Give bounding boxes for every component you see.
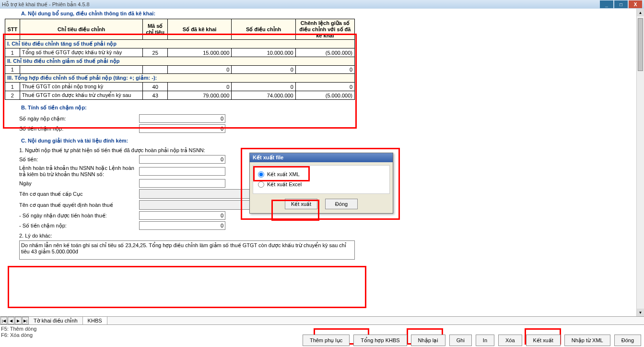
nhanngay-label: - Số ngày nhận được tiền hoàn thuế: [19,213,139,219]
dialog-title: Kết xuất file [250,153,393,162]
lenh-label: Lệnh hoàn trả khoản thu NSNN hoặc Lệnh h… [19,165,139,178]
them-phuluc-button[interactable]: Thêm phụ lục [303,335,350,346]
scroll-thumb[interactable] [638,18,643,71]
export-excel-radio[interactable] [258,181,264,188]
export-dialog: Kết xuất file Kết xuất XML Kết xuất Exce… [249,153,393,214]
hint-f6: F6: Xóa dòng [1,332,36,338]
nhap-xml-button[interactable]: Nhập từ XML [564,335,610,346]
ketxuat-button[interactable]: Kết xuất [526,335,561,346]
close-button[interactable]: X [629,0,642,8]
minimize-button[interactable]: _ [600,0,613,8]
ngay-label: Ngày [19,180,139,186]
maximize-button[interactable]: □ [614,0,628,8]
titlebar: Hỗ trợ kê khai thuế - Phiên bản 4.5.8 _ … [0,0,644,9]
nhanngay-input[interactable] [139,211,225,220]
dialog-export-button[interactable]: Kết xuất [285,199,317,209]
table-row: 1 Thuế GTGT còn phải nộp trong kỳ 40 0 0… [5,83,355,91]
col-stt: STT [5,19,20,40]
sotien-label: Số tiền: [19,156,139,163]
adjustment-table: STT Chỉ tiêu điều chỉnh Mã số chỉ tiêu S… [5,19,355,100]
window-title: Hỗ trợ kê khai thuế - Phiên bản 4.5.8 [2,1,599,8]
lydo-label: 2. Lý do khác: [19,233,636,239]
in-button[interactable]: In [476,335,494,346]
hint-f5: F5: Thêm dòng [1,326,36,332]
group3-title: III. Tổng hợp điều chỉnh số thuế phải nộ… [5,74,355,83]
xoa-button[interactable]: Xóa [498,335,522,346]
table-row: 1 0 0 0 [5,66,355,74]
dong-button[interactable]: Đóng [614,335,641,346]
tab-nav-last[interactable]: ▶| [22,317,29,324]
tab-nav-next[interactable]: ▶ [15,317,22,324]
col-desc: Chỉ tiêu điều chỉnh [20,19,143,40]
export-xml-radio[interactable] [258,171,264,178]
col-code: Mã số chỉ tiêu [143,19,167,40]
chamnop-input[interactable] [139,221,225,230]
section-c-title: C. Nội dung giải thích và tài liệu đính … [0,136,636,146]
col-diff: Chênh lệch giữa số điều chỉnh với số đã … [295,19,354,40]
scroll-down-button[interactable]: ▼ [637,309,644,316]
button-bar: Thêm phụ lục Tổng hợp KHBS Nhập lại Ghi … [303,335,641,346]
ghi-button[interactable]: Ghi [449,335,472,346]
cuc-label: Tên cơ quan thuế cấp Cục [19,191,139,197]
group2-title: II. Chỉ tiêu điều chỉnh giảm số thuế phả… [5,57,355,66]
section-b-title: B. Tính số tiền chậm nộp: [0,103,636,113]
amount-late-input[interactable] [139,124,225,133]
days-late-input[interactable] [139,114,225,123]
tabs-strip: |◀ ◀ ▶ ▶| Tờ khai điều chỉnh KHBS [0,316,644,325]
lenh-input[interactable] [139,167,225,176]
dialog-close-button[interactable]: Đóng [325,199,358,209]
days-late-label: Số ngày nộp chậm: [19,116,139,122]
export-excel-radio-label[interactable]: Kết xuất Excel [257,179,386,190]
section-a-title: A. Nội dung bổ sung, điều chỉnh thông ti… [0,9,636,19]
lydo-textarea[interactable] [19,240,355,260]
vertical-scrollbar[interactable]: ▲ ▼ [636,9,644,316]
tonghop-khbs-button[interactable]: Tổng hợp KHBS [353,335,407,346]
table-row: 1 Tổng số thuế GTGT được khấu trừ kỳ này… [5,48,355,57]
scroll-up-button[interactable]: ▲ [637,9,644,16]
nhaplai-button[interactable]: Nhập lại [411,335,445,346]
chamnop-label: - Số tiền chậm nộp: [19,223,139,229]
tab-khbs[interactable]: KHBS [83,317,107,324]
tab-nav-first[interactable]: |◀ [0,317,7,324]
keyboard-hints: F5: Thêm dòng F6: Xóa dòng [0,326,36,338]
sotien-input[interactable] [139,155,225,164]
col-adjusted: Số điều chỉnh [232,19,295,40]
c-line1-label: 1. Người nộp thuế tự phát hiện số tiền t… [19,147,240,154]
tab-nav-prev[interactable]: ◀ [8,317,14,324]
group1-title: I. Chỉ tiêu điều chỉnh tăng số thuế phải… [5,40,355,48]
amount-late-label: Số tiền chậm nộp: [19,126,139,132]
export-xml-radio-label[interactable]: Kết xuất XML [257,169,386,179]
table-row: 2 Thuế GTGT còn được khấu trừ chuyển kỳ … [5,91,355,100]
tab-declaration[interactable]: Tờ khai điều chỉnh [29,317,83,324]
quyetdinh-label: Tên cơ quan thuế quyết định hoàn thuế [19,202,139,208]
ngay-input[interactable] [139,179,225,188]
col-declared: Số đã kê khai [167,19,231,40]
